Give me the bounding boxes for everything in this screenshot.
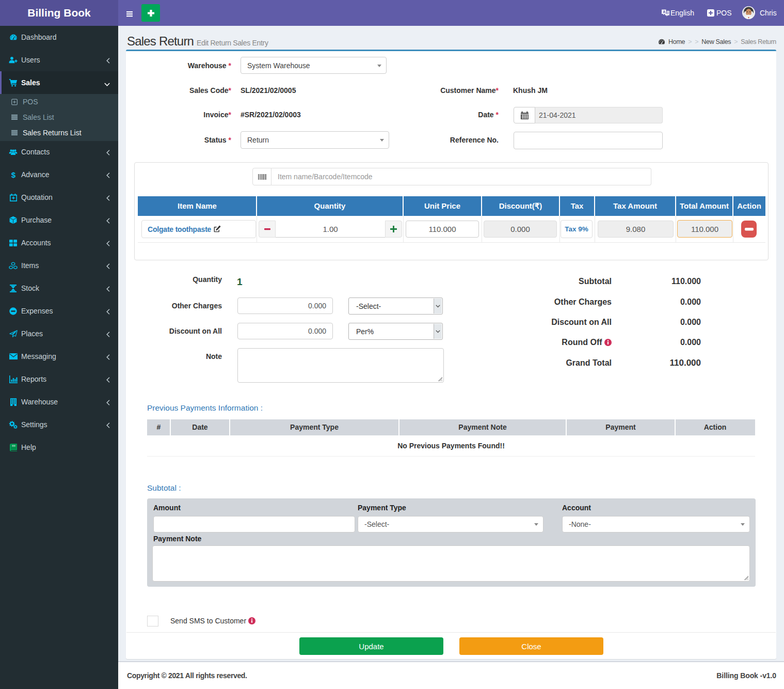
- svg-text:$: $: [11, 170, 15, 179]
